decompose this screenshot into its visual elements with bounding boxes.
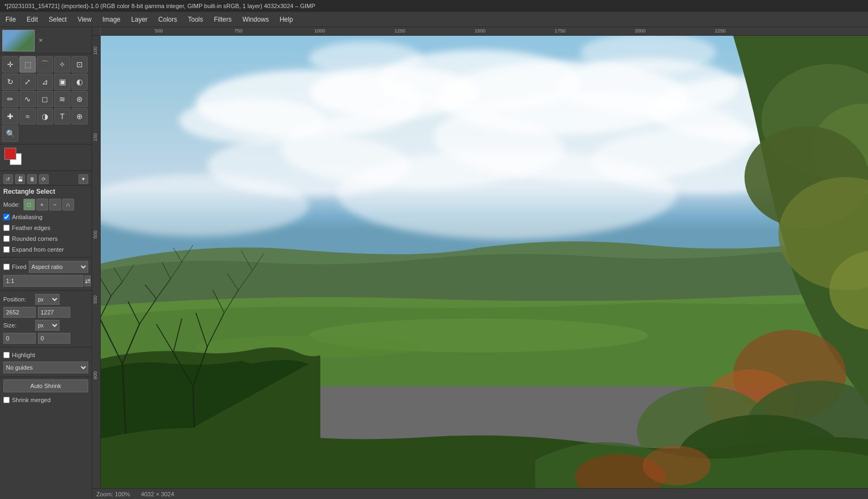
tool-options-restore-icon[interactable]: ⟳ [39,174,49,184]
tool-options-close-icon[interactable]: ▼ [78,174,88,184]
blend-tool-btn[interactable]: ◐ [71,74,88,90]
image-thumbnail[interactable] [2,30,35,51]
smudge-btn[interactable]: ≈ [19,108,36,124]
ruler-tick-1000: 1000 [314,28,325,34]
size-w-input[interactable] [3,333,36,344]
canvas-viewport[interactable] [101,36,868,488]
size-row: Size: px % mm [0,319,91,332]
size-h-input[interactable] [38,333,70,344]
rounded-corners-checkbox[interactable] [3,235,10,242]
menu-help[interactable]: Help [274,14,299,25]
heal-btn[interactable]: ✚ [2,108,18,124]
antialiasing-checkbox[interactable] [3,214,10,220]
menu-select[interactable]: Select [43,14,72,25]
ruler-tick-1500: 1500 [475,28,485,34]
pencil-tool-btn[interactable]: ✏ [2,91,18,107]
free-select-tool-btn[interactable]: ⌒ [37,56,53,73]
text-btn[interactable]: T [54,108,70,124]
shrink-merged-checkbox[interactable] [3,397,10,403]
dodge-burn-btn[interactable]: ◑ [37,108,53,124]
title-bar: *[20231031_154721] (imported)-1.0 (RGB c… [0,0,868,12]
title-text: *[20231031_154721] (imported)-1.0 (RGB c… [4,3,315,9]
menu-image[interactable]: Image [97,14,126,25]
fixed-checkbox[interactable] [3,264,10,270]
expand-center-row: Expand from center [0,244,91,255]
canvas-image [101,36,868,488]
airbrush-btn[interactable]: ≋ [54,91,70,107]
main-area: ✕ ✛ ⬚ ⌒ ✧ ⊡ ↻ ⤢ ⊿ ▣ ◐ ✏ ∿ ◻ ≋ ⊛ ✚ ≈ ◑ T [0,27,868,499]
zoom-btn[interactable]: 🔍 [2,126,18,142]
shrink-merged-row: Shrink merged [0,395,91,405]
move-tool-btn[interactable]: ✛ [2,56,18,73]
toolbox: ✛ ⬚ ⌒ ✧ ⊡ ↻ ⤢ ⊿ ▣ ◐ ✏ ∿ ◻ ≋ ⊛ ✚ ≈ ◑ T ⊕ … [0,54,91,145]
size-label: Size: [3,322,33,329]
mode-add-btn[interactable]: + [36,199,48,211]
position-x-input[interactable] [3,307,36,318]
canvas-scroll: 100 150 500 550 600 [92,36,868,488]
mode-label: Mode: [3,201,20,208]
fixed-select[interactable]: Aspect ratio Width Height Size [29,261,88,273]
thumbnail-close-icon[interactable]: ✕ [37,37,44,44]
tool-options-save-icon[interactable]: 💾 [15,174,25,184]
position-y-input[interactable] [38,307,70,318]
foreground-color-swatch[interactable] [4,148,16,160]
status-bar: Zoom: 100% 4032 × 3024 [92,488,868,499]
ruler-tick-2250: 2250 [715,28,726,34]
color-area [0,145,91,171]
auto-shrink-btn[interactable]: Auto Shrink [3,379,88,392]
menu-windows[interactable]: Windows [237,14,274,25]
guides-row: No guides Center lines Rule of thirds Go… [0,360,91,375]
tool-options-delete-icon[interactable]: 🗑 [27,174,37,184]
menu-tools[interactable]: Tools [182,14,208,25]
menu-layer[interactable]: Layer [126,14,153,25]
canvas-area: 500 750 1000 1250 1500 1750 2000 2250 10… [92,27,868,499]
position-unit-select[interactable]: px % mm [35,294,60,305]
ruler-h-ticks: 500 750 1000 1250 1500 1750 2000 2250 [101,27,868,36]
mode-subtract-btn[interactable]: − [49,199,61,211]
measure-btn[interactable]: ⊕ [71,108,88,124]
rect-select-tool-btn[interactable]: ⬚ [19,56,36,73]
mode-intersect-btn[interactable]: ∩ [62,199,74,211]
menu-filters[interactable]: Filters [208,14,237,25]
menu-edit[interactable]: Edit [21,14,43,25]
position-label: Position: [3,296,33,303]
highlight-label: Highlight [12,352,35,358]
shrink-merged-label: Shrink merged [12,397,51,403]
tool-options-panel: ↺ 💾 🗑 ⟳ ▼ Rectangle Select Mode: □ + − ∩ [0,171,91,499]
size-wh-row [0,332,91,345]
menu-colors[interactable]: Colors [153,14,183,25]
expand-center-checkbox[interactable] [3,246,10,253]
scale-tool-btn[interactable]: ⤢ [19,74,36,90]
menu-view[interactable]: View [72,14,97,25]
divider-3 [0,347,91,347]
antialiasing-label: Antialiasing [12,214,42,220]
position-row: Position: px % mm [0,293,91,306]
ratio-swap-btn[interactable]: ⇄ [84,275,91,286]
ratio-input[interactable] [3,275,83,287]
fuzzy-select-tool-btn[interactable]: ✧ [54,56,70,73]
eraser-btn[interactable]: ◻ [37,91,53,107]
menu-file[interactable]: File [0,14,21,25]
svg-point-12 [337,149,676,239]
feather-edges-checkbox[interactable] [3,225,10,231]
rounded-corners-label: Rounded corners [12,235,57,242]
highlight-checkbox[interactable] [3,352,10,358]
svg-point-14 [309,41,422,75]
guides-select[interactable]: No guides Center lines Rule of thirds Go… [3,362,88,373]
bucket-fill-btn[interactable]: ▣ [54,74,70,90]
feather-edges-label: Feather edges [12,225,50,231]
rotate-tool-btn[interactable]: ↻ [2,74,18,90]
ruler-vertical: 100 150 500 550 600 [92,36,101,488]
clone-btn[interactable]: ⊛ [71,91,88,107]
shear-tool-btn[interactable]: ⊿ [37,74,53,90]
crop-tool-btn[interactable]: ⊡ [71,56,88,73]
ruler-v-tick-150: 150 [93,133,98,141]
thumbnail-bar: ✕ [0,27,91,54]
ruler-tick-1250: 1250 [394,28,405,34]
paintbrush-btn[interactable]: ∿ [19,91,36,107]
size-unit-select[interactable]: px % mm [35,320,60,331]
tool-options-reset-icon[interactable]: ↺ [3,174,13,184]
divider-4 [0,377,91,377]
mode-replace-btn[interactable]: □ [23,199,35,211]
tool-options-header: ↺ 💾 🗑 ⟳ ▼ [0,173,91,186]
